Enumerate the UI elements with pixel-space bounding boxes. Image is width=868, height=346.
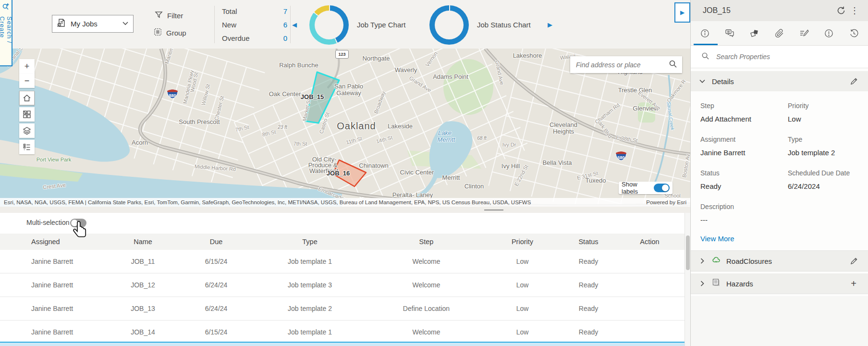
layers-icon: [22, 126, 32, 136]
selected-row-partial[interactable]: [0, 342, 685, 346]
table-row[interactable]: Janine BarrettJOB_136/24/24Job template …: [0, 297, 685, 321]
map-table-divider: [0, 207, 690, 213]
add-record-button[interactable]: +: [847, 277, 860, 290]
table-scrollbar[interactable]: [685, 213, 690, 346]
edit-pencil-icon[interactable]: [847, 74, 860, 88]
zoom-out-button[interactable]: −: [19, 74, 35, 88]
job-stats: Total7New6Overdue0: [222, 4, 287, 45]
resize-handle[interactable]: [484, 210, 503, 210]
field-value: 6/24/2024: [788, 182, 858, 190]
panel-bottom-area: [691, 296, 868, 346]
column-header-type: Type: [250, 238, 370, 246]
map-attribution: Esri, NASA, NGA, USGS, FEMA | California…: [0, 198, 690, 207]
refresh-button[interactable]: [834, 4, 848, 17]
table-cell: Low: [483, 281, 562, 289]
chart-nav-right-arrow[interactable]: ▶: [548, 21, 552, 28]
chart-nav-left-arrow[interactable]: ◀: [292, 21, 297, 28]
panel-sections: RoadClosures Hazards +: [691, 250, 868, 346]
table-cell: Low: [483, 328, 562, 336]
search-plus-icon: [2, 3, 10, 12]
table-cell: JOB_12: [103, 281, 183, 289]
table-cell: Ready: [562, 305, 615, 312]
tab-issues[interactable]: [818, 23, 840, 44]
home-icon: [23, 94, 31, 102]
field-label: Scheduled Due Date: [788, 169, 858, 177]
field-value: ---: [700, 216, 858, 224]
field-label: Description: [700, 203, 858, 210]
show-labels-toggle[interactable]: [654, 184, 670, 192]
job-filter-select[interactable]: My Jobs: [52, 15, 134, 33]
field-value: Add Attachment: [700, 115, 788, 123]
tab-forms[interactable]: [793, 23, 815, 44]
table-cell: Ready: [562, 281, 615, 289]
tab-info[interactable]: [694, 23, 716, 44]
stat-total: Total7: [222, 4, 287, 18]
column-header-status: Status: [562, 238, 615, 246]
section-roadclosures[interactable]: RoadClosures: [691, 251, 868, 272]
section-hazards[interactable]: Hazards +: [691, 273, 868, 294]
map-search-box[interactable]: [570, 56, 682, 73]
zoom-in-button[interactable]: +: [19, 59, 35, 74]
job-status-donut-chart[interactable]: [429, 5, 469, 45]
divider: [290, 6, 291, 43]
panel-tabbar: [691, 21, 868, 46]
kebab-menu-button[interactable]: ⋮: [848, 4, 861, 17]
properties-search-input[interactable]: [715, 52, 861, 61]
home-button[interactable]: [19, 91, 35, 105]
section-label: RoadClosures: [726, 257, 841, 265]
table-row[interactable]: Janine BarrettJOB_126/24/24Job template …: [0, 273, 685, 297]
table-cell: Welcome: [370, 281, 483, 289]
multi-selection-toggle[interactable]: [70, 219, 86, 227]
basemap-button[interactable]: [19, 107, 35, 122]
filter-button[interactable]: Filter: [155, 11, 183, 20]
top-toolbar: My Jobs Filter Group Total7New6Overdue0 …: [0, 0, 690, 49]
attribution-text: Esri, NASA, NGA, USGS, FEMA | California…: [4, 199, 531, 205]
table-cell: JOB_11: [103, 258, 183, 265]
table-cell: Ready: [562, 328, 615, 336]
tab-categories[interactable]: [744, 23, 766, 44]
map-search-input[interactable]: [575, 61, 669, 69]
table-cell: JOB_14: [103, 328, 183, 336]
column-header-assigned: Assigned: [0, 238, 103, 246]
chevron-down-icon: [122, 19, 129, 29]
table-cell: Welcome: [370, 258, 483, 265]
field-label: Step: [700, 102, 788, 110]
collapse-right-icon: ▶: [680, 9, 685, 16]
layers-button[interactable]: [19, 124, 35, 138]
tab-history[interactable]: [843, 23, 865, 44]
highway-shield: 123: [335, 50, 349, 59]
tab-attachments[interactable]: [768, 23, 790, 44]
search-create-tab[interactable]: Search / Create: [0, 0, 12, 66]
table-cell: JOB_13: [103, 305, 183, 312]
scrollbar-thumb[interactable]: [686, 235, 690, 270]
search-icon: [701, 52, 709, 62]
column-header-action: Action: [615, 238, 685, 246]
job-status-chart-title: Job Status Chart: [477, 21, 531, 29]
map-view[interactable]: Terminal StMaritimRalph BuncheNorthgateW…: [0, 49, 690, 207]
job-details-panel: JOB_15 ⋮: [690, 0, 868, 346]
column-header-priority: Priority: [483, 238, 562, 246]
table-cell: Define Location: [370, 305, 483, 312]
job-type-donut-chart[interactable]: [309, 5, 349, 45]
panel-title: JOB_15: [703, 6, 834, 15]
table-row[interactable]: Janine BarrettJOB_146/15/24Job template …: [0, 321, 685, 344]
chevron-right-icon: [698, 257, 706, 265]
highway-shield: 580: [615, 150, 627, 163]
view-more-link[interactable]: View More: [691, 233, 868, 250]
column-header-due: Due: [183, 238, 250, 246]
tab-comments[interactable]: [719, 23, 741, 44]
table-row[interactable]: Janine BarrettJOB_116/15/24Job template …: [0, 250, 685, 273]
chevron-down-icon: [698, 77, 706, 85]
roadclosures-layer-icon: [712, 256, 721, 266]
details-section-header[interactable]: Details: [691, 71, 868, 91]
table-cell: Low: [483, 258, 562, 265]
table-cell: 6/15/24: [183, 328, 250, 336]
group-button[interactable]: Group: [154, 28, 186, 37]
section-label: Hazards: [726, 280, 841, 288]
edit-pencil-icon[interactable]: [847, 254, 860, 268]
field-value: Ready: [700, 182, 788, 190]
legend-button[interactable]: [19, 140, 35, 154]
panel-collapse-button[interactable]: ▶: [674, 2, 690, 23]
table-cell: Janine Barrett: [0, 258, 103, 265]
table-cell: Job template 1: [250, 328, 370, 336]
